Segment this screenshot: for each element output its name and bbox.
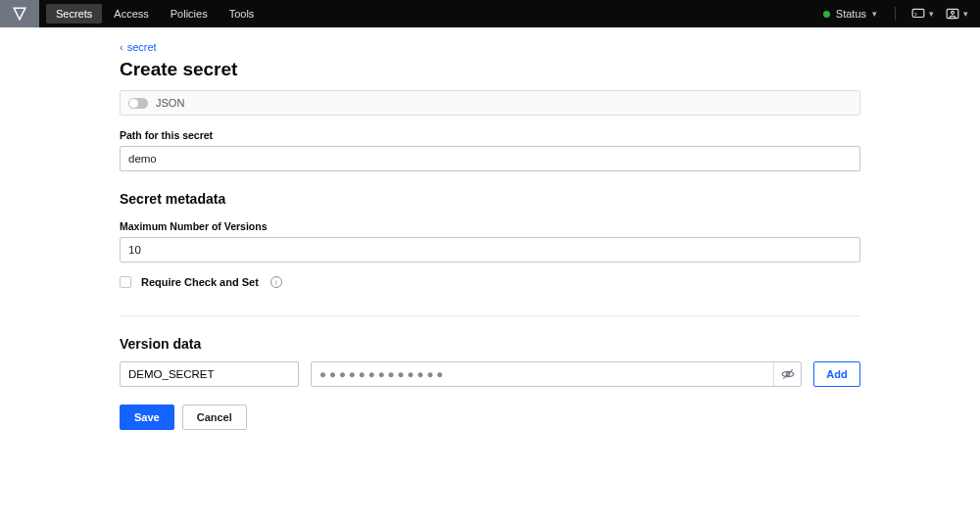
- version-data-title: Version data: [120, 336, 860, 352]
- page-title: Create secret: [120, 59, 860, 80]
- status-dot-icon: [823, 11, 830, 18]
- svg-rect-0: [912, 9, 924, 17]
- nav-policies[interactable]: Policies: [161, 4, 218, 24]
- kv-value-wrap: [311, 361, 802, 387]
- path-label: Path for this secret: [120, 129, 860, 141]
- nav-access[interactable]: Access: [104, 4, 158, 24]
- primary-nav: Secrets Access Policies Tools: [39, 0, 265, 27]
- top-bar-divider: [895, 7, 896, 21]
- section-divider: [120, 315, 860, 316]
- add-kv-button[interactable]: Add: [813, 361, 860, 387]
- json-toggle[interactable]: [128, 98, 148, 109]
- user-menu[interactable]: ▾: [942, 6, 972, 22]
- metadata-title: Secret metadata: [120, 191, 860, 207]
- kv-key-input[interactable]: [120, 361, 299, 387]
- chevron-down-icon: ▾: [929, 9, 934, 19]
- max-versions-input[interactable]: [120, 237, 860, 262]
- kv-row: Add: [120, 361, 860, 387]
- json-toggle-row: JSON: [120, 90, 860, 116]
- require-cas-checkbox[interactable]: [120, 276, 131, 288]
- form-actions: Save Cancel: [120, 405, 860, 430]
- breadcrumb-label: secret: [127, 41, 157, 53]
- max-versions-label: Maximum Number of Versions: [120, 220, 860, 232]
- require-cas-row: Require Check and Set i: [120, 276, 860, 288]
- nav-tools[interactable]: Tools: [220, 4, 265, 24]
- nav-secrets[interactable]: Secrets: [46, 4, 102, 24]
- path-input[interactable]: [120, 146, 860, 171]
- json-toggle-label: JSON: [156, 97, 184, 109]
- save-button[interactable]: Save: [120, 405, 174, 430]
- require-cas-label: Require Check and Set: [141, 276, 259, 288]
- svg-point-2: [952, 11, 955, 14]
- chevron-left-icon: ‹: [120, 41, 123, 53]
- console-menu[interactable]: ▾: [907, 6, 938, 22]
- status-label: Status: [836, 8, 866, 20]
- status-menu[interactable]: Status ▾: [817, 4, 883, 24]
- breadcrumb-back[interactable]: ‹ secret: [120, 41, 860, 53]
- main-content: ‹ secret Create secret JSON Path for thi…: [120, 27, 860, 430]
- chevron-down-icon: ▾: [963, 9, 968, 19]
- top-nav-bar: Secrets Access Policies Tools Status ▾ ▾…: [0, 0, 980, 27]
- chevron-down-icon: ▾: [872, 9, 877, 19]
- cancel-button[interactable]: Cancel: [182, 405, 247, 430]
- kv-value-input[interactable]: [312, 362, 773, 386]
- toggle-visibility-button[interactable]: [773, 362, 801, 386]
- info-icon[interactable]: i: [270, 276, 282, 288]
- app-logo[interactable]: [0, 0, 39, 27]
- top-bar-right: Status ▾ ▾ ▾: [817, 0, 980, 27]
- svg-line-4: [783, 369, 792, 378]
